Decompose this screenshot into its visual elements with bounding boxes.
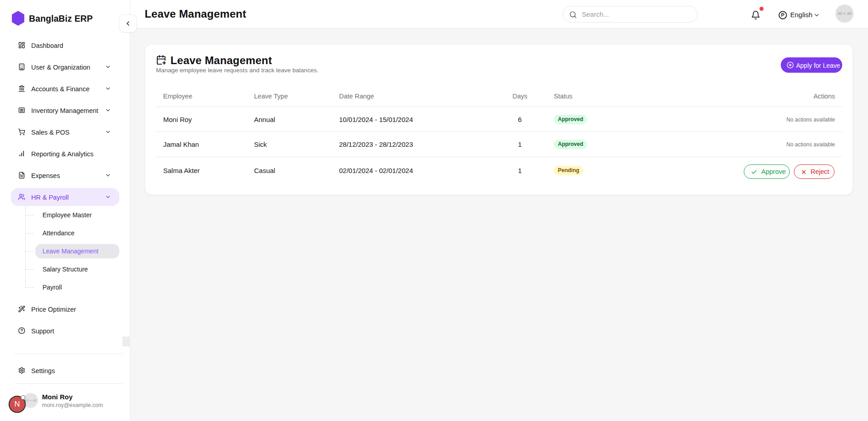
svg-text:P: P (781, 12, 784, 18)
